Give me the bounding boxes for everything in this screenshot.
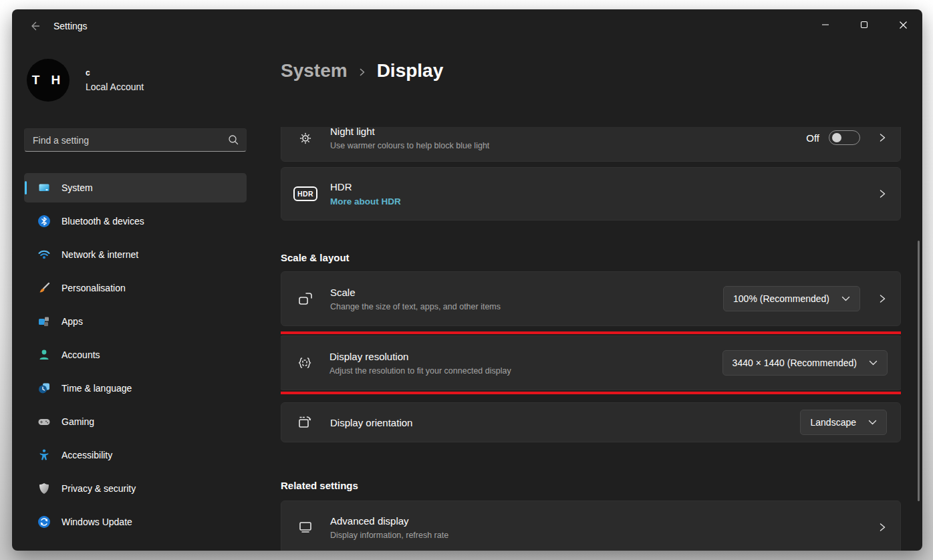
- sidebar-item-personalisation[interactable]: Personalisation: [24, 273, 247, 303]
- search-input[interactable]: [24, 128, 247, 152]
- minimize-icon: [821, 21, 829, 29]
- sidebar-item-label: Gaming: [61, 416, 94, 427]
- sidebar-item-label: System: [61, 182, 93, 193]
- advanced-display-title: Advanced display: [330, 515, 878, 527]
- night-light-subtitle: Use warmer colours to help block blue li…: [330, 141, 806, 150]
- app-title: Settings: [53, 21, 88, 31]
- scrollbar[interactable]: [918, 241, 920, 501]
- display-resolution-icon: [296, 354, 313, 372]
- search-icon: [227, 134, 239, 146]
- sidebar-item-accounts[interactable]: Accounts: [24, 340, 247, 370]
- scale-icon: [297, 290, 314, 307]
- display-resolution-title: Display resolution: [329, 351, 722, 362]
- sidebar-item-windows-update[interactable]: Windows Update: [24, 507, 247, 537]
- scale-dropdown[interactable]: 100% (Recommended): [723, 286, 860, 311]
- close-button[interactable]: [884, 9, 922, 40]
- night-light-icon: [297, 129, 314, 146]
- hdr-row[interactable]: HDR HDR More about HDR: [281, 167, 901, 221]
- sidebar-item-apps[interactable]: Apps: [24, 307, 247, 336]
- scale-row[interactable]: Scale Change the size of text, apps, and…: [281, 271, 901, 326]
- sidebar-nav: System Bluetooth & devices Network & int…: [24, 173, 270, 537]
- scale-title: Scale: [330, 287, 723, 298]
- selected-indicator: [25, 181, 27, 194]
- display-orientation-row[interactable]: Display orientation Landscape: [281, 402, 901, 442]
- sidebar-item-label: Time & language: [61, 383, 132, 394]
- breadcrumb: System Display: [281, 60, 443, 82]
- night-light-toggle[interactable]: [829, 130, 860, 145]
- chevron-right-icon: [878, 188, 887, 199]
- sidebar-item-time-language[interactable]: Time & language: [24, 374, 247, 403]
- search-box: [24, 128, 270, 152]
- sidebar-item-label: Bluetooth & devices: [61, 216, 144, 227]
- sidebar-item-label: Apps: [61, 316, 83, 327]
- breadcrumb-separator-icon: [358, 67, 366, 77]
- system-icon: [37, 181, 51, 194]
- sidebar: T H c Local Account System: [12, 43, 281, 551]
- sidebar-item-label: Privacy & security: [61, 483, 136, 494]
- privacy-shield-icon: [37, 482, 51, 495]
- night-light-toggle-state: Off: [806, 132, 819, 144]
- advanced-display-subtitle: Display information, refresh rate: [330, 531, 878, 540]
- window-controls: [806, 9, 922, 40]
- chevron-right-icon: [878, 132, 887, 143]
- sidebar-item-accessibility[interactable]: Accessibility: [24, 440, 247, 470]
- personalisation-brush-icon: [37, 281, 51, 295]
- sidebar-item-label: Accounts: [61, 349, 100, 360]
- settings-scroll-area: Night light Use warmer colours to help b…: [281, 127, 901, 551]
- chevron-right-icon: [878, 522, 887, 533]
- sidebar-item-label: Personalisation: [61, 283, 126, 293]
- sidebar-item-network-internet[interactable]: Network & internet: [24, 240, 247, 269]
- display-orientation-title: Display orientation: [330, 417, 800, 428]
- network-icon: [37, 248, 51, 261]
- sidebar-item-label: Network & internet: [61, 249, 138, 260]
- maximize-icon: [860, 21, 868, 29]
- display-orientation-dropdown[interactable]: Landscape: [800, 410, 887, 435]
- chevron-right-icon: [878, 293, 887, 304]
- display-orientation-value: Landscape: [810, 417, 856, 428]
- sidebar-item-bluetooth-devices[interactable]: Bluetooth & devices: [24, 206, 247, 236]
- night-light-row[interactable]: Night light Use warmer colours to help b…: [281, 127, 901, 162]
- hdr-icon: HDR: [297, 185, 314, 202]
- hdr-link[interactable]: More about HDR: [330, 196, 878, 206]
- chevron-down-icon: [841, 296, 850, 302]
- bluetooth-icon: [37, 215, 51, 228]
- night-light-title: Night light: [330, 127, 806, 137]
- scale-dropdown-value: 100% (Recommended): [733, 293, 829, 304]
- chevron-down-icon: [868, 420, 877, 426]
- scale-subtitle: Change the size of text, apps, and other…: [330, 302, 723, 311]
- chevron-down-icon: [869, 360, 878, 366]
- sidebar-item-privacy-security[interactable]: Privacy & security: [24, 474, 247, 503]
- apps-icon: [37, 315, 51, 328]
- display-resolution-dropdown[interactable]: 3440 × 1440 (Recommended): [722, 350, 888, 376]
- advanced-display-row[interactable]: Advanced display Display information, re…: [281, 501, 901, 551]
- account-name: c: [86, 68, 144, 78]
- highlight-annotation: Display resolution Adjust the resolution…: [281, 331, 901, 394]
- main-content: System Display Night light Use warmer co…: [281, 43, 922, 551]
- back-arrow-icon: [29, 20, 41, 32]
- sidebar-item-system[interactable]: System: [24, 173, 247, 202]
- breadcrumb-parent[interactable]: System: [281, 60, 348, 82]
- accounts-person-icon: [37, 348, 51, 362]
- account-section[interactable]: T H c Local Account: [27, 59, 270, 102]
- time-language-icon: [37, 382, 51, 395]
- toggle-knob: [832, 133, 841, 142]
- page-title: Display: [377, 60, 444, 82]
- gaming-gamepad-icon: [37, 415, 51, 428]
- hdr-title: HDR: [330, 181, 878, 192]
- maximize-button[interactable]: [845, 9, 884, 40]
- back-button[interactable]: [21, 15, 48, 37]
- settings-window: Settings T H c Local Account: [12, 9, 922, 551]
- advanced-display-icon: [297, 519, 314, 536]
- minimize-button[interactable]: [806, 9, 845, 40]
- avatar[interactable]: T H: [27, 59, 70, 102]
- titlebar: Settings: [12, 9, 922, 43]
- close-icon: [899, 21, 908, 29]
- section-scale-layout: Scale & layout: [281, 252, 901, 263]
- display-resolution-value: 3440 × 1440 (Recommended): [732, 358, 857, 368]
- sidebar-item-label: Windows Update: [61, 517, 132, 527]
- sidebar-item-gaming[interactable]: Gaming: [24, 407, 247, 436]
- display-resolution-subtitle: Adjust the resolution to fit your connec…: [329, 366, 722, 376]
- display-resolution-row[interactable]: Display resolution Adjust the resolution…: [281, 335, 901, 390]
- accessibility-person-icon: [37, 448, 51, 462]
- sidebar-item-label: Accessibility: [61, 450, 112, 460]
